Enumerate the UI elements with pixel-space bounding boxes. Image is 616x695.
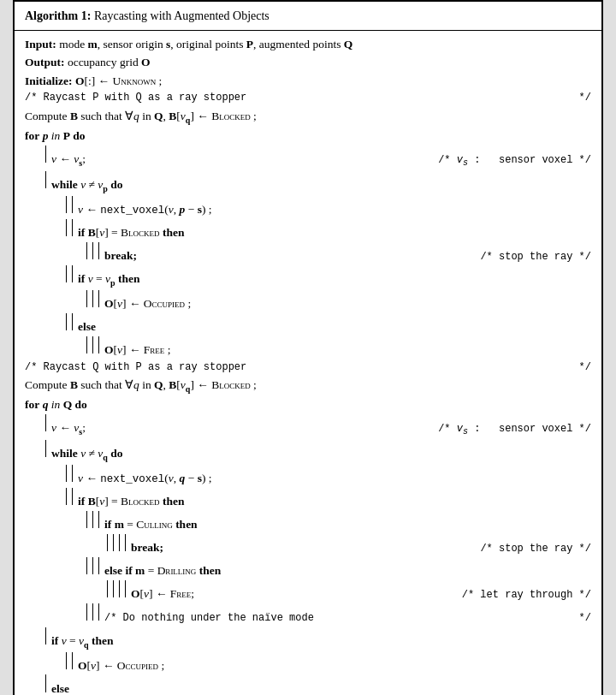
if-drilling-text: m = Drilling bbox=[133, 561, 199, 580]
vbar21 bbox=[45, 674, 46, 692]
vbar16a bbox=[86, 557, 87, 574]
vbar15c bbox=[119, 534, 120, 551]
vbar13b bbox=[72, 488, 73, 505]
algorithm-title: Raycasting with Augmented Objects bbox=[94, 9, 270, 22]
vbar18b bbox=[92, 603, 93, 621]
comment2-right: */ bbox=[579, 359, 591, 376]
vbar6a bbox=[66, 265, 67, 282]
else-line1: else bbox=[25, 313, 591, 336]
break-comment2: /* stop the ray */ bbox=[480, 541, 591, 557]
algorithm-label: Algorithm 1: bbox=[25, 9, 91, 22]
while-vq-text: v ≠ vq bbox=[78, 444, 110, 465]
for-q-text: q in Q bbox=[39, 395, 74, 414]
for-p-line: for p in P do bbox=[25, 127, 591, 146]
next-voxel-line2: v ← next_voxel(v, q − s) ; bbox=[25, 465, 591, 488]
vbar15d bbox=[125, 534, 126, 551]
vbar2 bbox=[45, 171, 46, 188]
if-blocked-line2: if B[v] = Blocked then bbox=[25, 488, 591, 511]
output-text: occupancy grid O bbox=[65, 53, 151, 72]
if-culling-line: if m = Culling then bbox=[25, 511, 591, 534]
vbar9b bbox=[92, 336, 93, 353]
vbar9c bbox=[98, 336, 99, 353]
if-blocked-text1: B[v] = Blocked bbox=[85, 223, 163, 242]
while-keyword2: while bbox=[51, 444, 78, 463]
initialize-keyword: Initialize: bbox=[25, 72, 73, 91]
for-p-text: p in P bbox=[39, 127, 73, 146]
vs-comment2: /* vs : sensor voxel */ bbox=[438, 421, 591, 439]
while-do-keyword1: do bbox=[110, 175, 122, 194]
vbar6b bbox=[72, 265, 73, 282]
occupied-line1: O[v] ← Occupied ; bbox=[25, 290, 591, 313]
compute-b-line1: Compute B such that ∀q in Q, B[vq] ← Blo… bbox=[25, 107, 591, 128]
vbar3b bbox=[72, 196, 73, 213]
vbar14b bbox=[92, 511, 93, 528]
naive-comment-line: /* Do nothing under the naïve mode */ bbox=[25, 603, 591, 627]
vbar8a bbox=[66, 313, 67, 330]
let-ray-comment: /* let ray through */ bbox=[462, 587, 591, 603]
compute-b-text2: Compute B such that ∀q in Q, B[vq] ← Blo… bbox=[25, 376, 257, 396]
if-blocked-text2: B[v] = Blocked bbox=[85, 492, 163, 511]
vbar16b bbox=[92, 557, 93, 574]
vbar3a bbox=[66, 196, 67, 213]
v-assign-vs: v ← vs; /* vs : sensor voxel */ bbox=[25, 146, 591, 171]
then-keyword5: then bbox=[199, 561, 222, 580]
if-v-vp-line: if v = vp then bbox=[25, 265, 591, 290]
vbar5c bbox=[98, 242, 99, 259]
v-assign-vs2-text: v ← vs; bbox=[51, 419, 86, 439]
if-keyword4: if bbox=[104, 515, 111, 534]
compute-b-line2: Compute B such that ∀q in Q, B[vq] ← Blo… bbox=[25, 376, 591, 396]
if-blocked-line1: if B[v] = Blocked then bbox=[25, 219, 591, 242]
vbar10 bbox=[45, 414, 46, 431]
vbar7c bbox=[98, 290, 99, 307]
break-keyword2: break; bbox=[131, 538, 163, 557]
do-keyword1: do bbox=[73, 127, 85, 146]
vbar11 bbox=[45, 440, 46, 457]
compute-b-text1: Compute B such that ∀q in Q, B[vq] ← Blo… bbox=[25, 107, 257, 128]
do-keyword2: do bbox=[75, 395, 87, 414]
vbar5a bbox=[86, 242, 87, 259]
for-q-line: for q in Q do bbox=[25, 395, 591, 414]
then-keyword1: then bbox=[163, 223, 185, 242]
break-line2: break; /* stop the ray */ bbox=[25, 534, 591, 557]
for-keyword1: for bbox=[25, 127, 39, 146]
vbar17b bbox=[113, 580, 114, 597]
algorithm-box: Algorithm 1: Raycasting with Augmented O… bbox=[13, 0, 603, 695]
vbar16c bbox=[98, 557, 99, 574]
else-keyword1: else bbox=[78, 318, 96, 336]
output-line: Output: occupancy grid O bbox=[25, 53, 591, 72]
occupied-line2: O[v] ← Occupied ; bbox=[25, 652, 591, 675]
vbar17a bbox=[107, 580, 108, 597]
vbar4b bbox=[72, 219, 73, 236]
vbar7a bbox=[86, 290, 87, 307]
vbar8b bbox=[72, 313, 73, 330]
next-voxel-line1: v ← next_voxel(v, p − s) ; bbox=[25, 196, 591, 219]
else-keyword2: else bbox=[104, 561, 125, 580]
vs-comment: /* vs : sensor voxel */ bbox=[438, 152, 591, 170]
vbar20b bbox=[72, 652, 73, 669]
if-culling-text: m = Culling bbox=[111, 515, 175, 534]
naive-comment-text: /* Do nothing under the naïve mode bbox=[104, 610, 314, 627]
initialize-line: Initialize: O[:] ← Unknown ; bbox=[25, 72, 591, 91]
next-voxel-text1: v ← next_voxel(v, p − s) ; bbox=[78, 200, 212, 219]
else-line2: else bbox=[25, 674, 591, 695]
comment1-text: /* Raycast P with Q as a ray stopper bbox=[25, 90, 246, 106]
if-keyword6: if bbox=[51, 632, 58, 650]
vbar1 bbox=[45, 146, 46, 163]
if-v-vp-text: v = vp bbox=[85, 270, 118, 290]
vbar12a bbox=[66, 465, 67, 482]
input-keyword: Input: bbox=[25, 35, 56, 54]
vbar15a bbox=[107, 534, 108, 551]
comment2: /* Raycast Q with P as a ray stopper */ bbox=[25, 359, 591, 376]
input-text: mode m, sensor origin s, original points… bbox=[56, 35, 353, 54]
v-assign-vs2: v ← vs; /* vs : sensor voxel */ bbox=[25, 414, 591, 440]
input-line: Input: mode m, sensor origin s, original… bbox=[25, 35, 591, 54]
comment2-text: /* Raycast Q with P as a ray stopper bbox=[25, 359, 246, 376]
then-keyword4: then bbox=[175, 515, 198, 534]
for-keyword2: for bbox=[25, 395, 39, 414]
if-keyword1: if bbox=[78, 223, 85, 242]
free-line1: O[v] ← Free ; bbox=[25, 336, 591, 359]
vbar4a bbox=[66, 219, 67, 236]
while-vp-text: v ≠ vp bbox=[78, 175, 110, 196]
vbar5b bbox=[92, 242, 93, 259]
free-drilling-text: O[v] ← Free; bbox=[131, 585, 194, 603]
